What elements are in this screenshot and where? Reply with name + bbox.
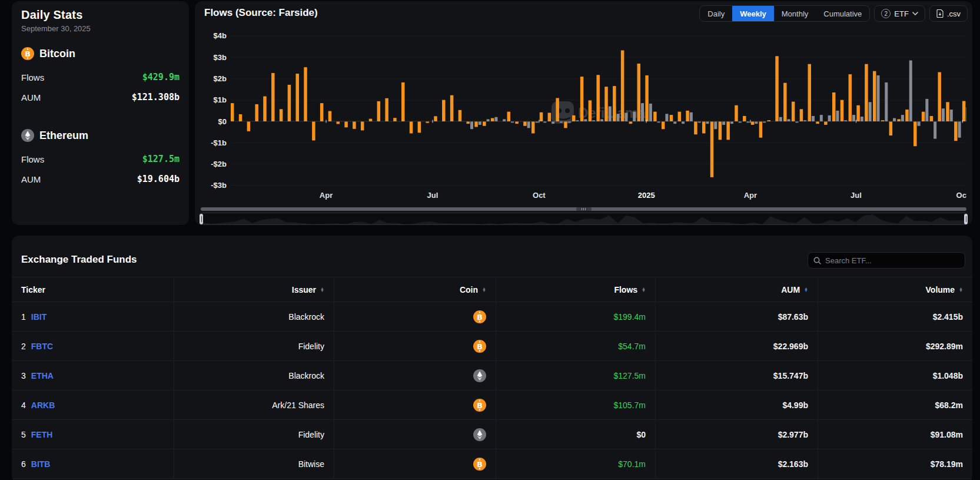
csv-file-icon: [936, 9, 944, 18]
tab-weekly[interactable]: Weekly: [732, 6, 774, 21]
tab-cumulative[interactable]: Cumulative: [816, 6, 869, 21]
volume-value: $78.19m: [931, 459, 963, 469]
ticker-link[interactable]: BITB: [31, 459, 51, 469]
y-axis-tick: $2b: [214, 74, 227, 83]
daily-stats-panel: Daily Stats September 30, 2025 BBitcoinF…: [12, 1, 189, 225]
y-axis-tick: $1b: [214, 95, 227, 104]
ticker-link[interactable]: IBIT: [31, 312, 46, 322]
issuer-name: Fidelity: [298, 342, 324, 351]
stat-label: AUM: [21, 92, 41, 102]
download-csv-button[interactable]: .csv: [929, 5, 968, 22]
ethereum-icon: [473, 369, 486, 382]
ethereum-flows-row: Flows$127.5m: [21, 154, 180, 164]
flows-value: $127.5m: [614, 371, 646, 380]
volume-value: $68.2m: [935, 400, 963, 410]
table-row-ibit[interactable]: 1IBITBlackrockB$199.4m$87.63b$2.415b: [12, 302, 972, 332]
aum-value: $4.99b: [782, 400, 808, 410]
aum-value: $15.747b: [773, 371, 808, 380]
ticker-link[interactable]: ARKB: [31, 400, 55, 410]
stats-section-bitcoin: BBitcoinFlows$429.9mAUM$121.308b: [21, 47, 180, 60]
sort-arrows-icon: ▲▼: [642, 287, 646, 292]
table-row-bitb[interactable]: 6BITBBitwiseB$70.1m$2.163b$78.19m: [12, 449, 972, 479]
column-header-coin[interactable]: Coin▲▼: [334, 277, 496, 302]
svg-text:B: B: [477, 312, 483, 321]
row-rank: 4: [21, 400, 26, 410]
table-row-fbtc[interactable]: 2FBTCFidelityB$54.7m$22.969b$292.89m: [12, 332, 972, 361]
volume-value: $91.08m: [931, 430, 963, 439]
search-input[interactable]: [825, 256, 959, 265]
etf-table-panel: Exchange Traded Funds TickerIssuer▲▼Coin…: [12, 236, 972, 480]
sort-arrows-icon: ▲▼: [482, 287, 486, 292]
csv-button-label: .csv: [947, 9, 961, 18]
brush-handle-left[interactable]: [200, 214, 203, 224]
interval-tab-group: DailyWeeklyMonthlyCumulative: [699, 5, 870, 22]
svg-text:B: B: [477, 342, 483, 350]
flows-bar-chart: $4b$3b$2b$1b$0-$1b-$2b-$3bDefiLlamaAprJu…: [201, 25, 966, 207]
flows-value: $0: [636, 430, 646, 439]
bitcoin-aum-row: AUM$121.308b: [21, 92, 180, 102]
chart-range-brush[interactable]: [201, 213, 966, 225]
column-label: Ticker: [21, 285, 45, 294]
table-row-etha[interactable]: 3ETHABlackrock$127.5m$15.747b$1.048b: [12, 361, 972, 390]
tab-monthly[interactable]: Monthly: [774, 6, 816, 21]
y-axis-tick: $4b: [214, 31, 227, 40]
chart-title: Flows (Source: Farside): [204, 7, 318, 19]
tab-daily[interactable]: Daily: [700, 6, 732, 21]
ethereum-icon: [21, 129, 34, 142]
etf-table-header: TickerIssuer▲▼Coin▲▼Flows▲▼AUM▲▼Volume▲▼: [12, 277, 972, 302]
volume-value: $292.89m: [926, 342, 963, 351]
row-rank: 1: [21, 312, 26, 322]
search-icon: [813, 257, 821, 264]
volume-value: $2.415b: [933, 312, 963, 322]
chart-horizontal-scrollbar[interactable]: [201, 207, 966, 211]
ticker-link[interactable]: FBTC: [31, 342, 53, 351]
column-label: Issuer: [292, 285, 316, 294]
row-rank: 5: [21, 430, 26, 439]
column-header-volume[interactable]: Volume▲▼: [818, 277, 972, 302]
column-header-flows[interactable]: Flows▲▼: [496, 277, 655, 302]
bitcoin-flows-row: Flows$429.9m: [21, 72, 180, 82]
scrollbar-grip[interactable]: [576, 207, 592, 211]
x-axis-tick: Jul: [427, 191, 438, 200]
x-axis-tick: Oct: [533, 191, 546, 200]
flows-value: $105.7m: [614, 400, 646, 410]
etf-search-box[interactable]: [808, 252, 965, 269]
ticker-link[interactable]: FETH: [31, 430, 53, 439]
svg-text:B: B: [25, 49, 31, 58]
sort-arrows-icon: ▲▼: [959, 287, 963, 292]
bitcoin-icon: B: [21, 47, 34, 60]
flows-value: $199.4m: [614, 312, 646, 322]
x-axis-tick: Oct: [956, 191, 966, 200]
coin-section-header: Ethereum: [21, 129, 180, 142]
sort-arrows-icon: ▲▼: [804, 287, 808, 292]
x-axis-tick: 2025: [638, 191, 655, 200]
row-rank: 3: [21, 371, 26, 380]
etf-count-badge: 2: [881, 9, 891, 18]
bitcoin-icon: B: [473, 310, 486, 323]
y-axis-tick: $0: [218, 117, 227, 126]
row-rank: 2: [21, 342, 26, 351]
brush-handle-right[interactable]: [964, 214, 968, 224]
coin-name: Bitcoin: [39, 48, 75, 60]
stat-value: $19.604b: [137, 174, 180, 184]
column-header-ticker: Ticker: [12, 277, 174, 302]
brush-minimap: [201, 213, 966, 224]
coin-section-header: BBitcoin: [21, 47, 180, 60]
issuer-name: Bitwise: [298, 459, 324, 469]
svg-text:B: B: [477, 459, 483, 468]
bitcoin-icon: B: [473, 458, 486, 471]
y-axis-tick: -$3b: [211, 181, 227, 190]
table-row-feth[interactable]: 5FETHFidelity$0$2.977b$91.08m: [12, 420, 972, 449]
ticker-link[interactable]: ETHA: [31, 371, 54, 380]
column-header-issuer[interactable]: Issuer▲▼: [174, 277, 334, 302]
y-axis-tick: -$1b: [211, 138, 227, 147]
table-row-arkb[interactable]: 4ARKBArk/21 SharesB$105.7m$4.99b$68.2m: [12, 390, 972, 420]
row-rank: 6: [21, 459, 26, 469]
etf-dropdown-label: ETF: [894, 9, 909, 18]
x-axis-tick: Jul: [851, 191, 862, 200]
svg-text:B: B: [477, 400, 483, 409]
etf-filter-dropdown[interactable]: 2 ETF: [874, 5, 925, 22]
aum-value: $2.163b: [778, 459, 808, 469]
column-header-aum[interactable]: AUM▲▼: [655, 277, 818, 302]
column-label: Flows: [614, 285, 637, 294]
